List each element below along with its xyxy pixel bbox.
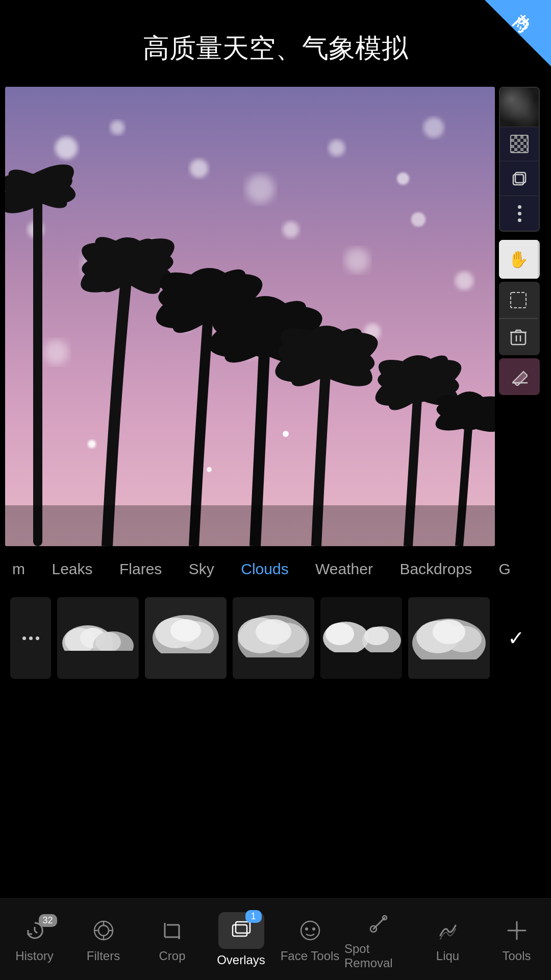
svg-rect-93 xyxy=(320,652,402,679)
nav-item-overlays[interactable]: 1 Overlays xyxy=(207,912,276,967)
svg-rect-63 xyxy=(511,292,526,308)
category-tab-leaks[interactable]: Leaks xyxy=(39,556,105,582)
svg-point-4 xyxy=(246,175,274,203)
svg-point-103 xyxy=(98,925,109,936)
selection-tool-button[interactable] xyxy=(499,282,538,318)
overlay-thumbnails: ✓ xyxy=(0,592,551,684)
checkerboard-button[interactable] xyxy=(500,127,539,161)
svg-point-15 xyxy=(455,272,473,290)
history-badge: 32 xyxy=(39,914,57,927)
selection-icon xyxy=(510,291,527,309)
liquify-icon xyxy=(435,916,461,945)
nav-item-spotremoval[interactable]: Spot Removal xyxy=(344,909,413,970)
checker-icon xyxy=(510,135,529,153)
svg-point-23 xyxy=(207,467,212,472)
svg-rect-64 xyxy=(511,332,525,345)
svg-point-5 xyxy=(329,140,345,156)
cloud-overlay-5 xyxy=(408,597,490,679)
corner-badge-text: 热门 xyxy=(528,3,543,18)
svg-point-74 xyxy=(95,632,121,652)
svg-rect-112 xyxy=(233,925,247,936)
delete-tool-button[interactable] xyxy=(499,318,538,355)
svg-point-86 xyxy=(256,619,291,645)
nav-item-crop[interactable]: Crop xyxy=(138,916,207,963)
right-toolbar: ✋ xyxy=(499,87,540,395)
more-icon xyxy=(518,205,521,222)
nav-label-filters: Filters xyxy=(87,949,120,963)
svg-point-50 xyxy=(300,326,353,379)
svg-rect-60 xyxy=(5,505,495,546)
svg-point-13 xyxy=(345,248,369,273)
bottom-nav: 32 History Filters Crop xyxy=(0,898,551,980)
overlay-thumb-5[interactable] xyxy=(408,597,490,679)
spotremoval-icon xyxy=(366,909,392,938)
duplicate-button[interactable] xyxy=(500,161,539,196)
nav-label-liquify: Liqu xyxy=(436,949,459,963)
category-tab-backdrops[interactable]: Backdrops xyxy=(387,556,484,582)
confirm-button[interactable]: ✓ xyxy=(496,618,537,658)
svg-point-6 xyxy=(397,173,409,185)
nav-item-history[interactable]: 32 History xyxy=(0,916,69,963)
nav-item-filters[interactable]: Filters xyxy=(69,916,138,963)
crop-icon xyxy=(160,916,185,945)
nav-item-tools[interactable]: Tools xyxy=(482,916,551,963)
cloud-overlay-1 xyxy=(57,597,139,679)
svg-point-12 xyxy=(283,222,299,238)
nav-item-facetools[interactable]: Face Tools xyxy=(276,916,344,963)
nav-label-spotremoval: Spot Removal xyxy=(344,942,413,970)
svg-rect-99 xyxy=(408,659,490,679)
svg-point-55 xyxy=(395,355,442,402)
svg-rect-113 xyxy=(236,922,250,933)
more-options-button[interactable] xyxy=(500,196,539,231)
cloud-overlay-2 xyxy=(145,597,227,679)
filters-icon xyxy=(91,916,116,945)
cloud-overlay-4 xyxy=(320,597,402,679)
svg-point-35 xyxy=(105,237,151,283)
overlay-thumb-3[interactable] xyxy=(233,597,314,679)
svg-point-21 xyxy=(283,431,289,437)
hand-icon: ✋ xyxy=(508,250,529,269)
svg-point-114 xyxy=(301,921,319,940)
nav-label-history: History xyxy=(15,949,54,963)
category-tab-weather[interactable]: Weather xyxy=(303,556,385,582)
tools-icon xyxy=(504,916,530,945)
category-tab-m[interactable]: m xyxy=(0,556,37,582)
photo-background xyxy=(5,87,495,546)
cloud-overlay-3 xyxy=(233,597,314,679)
category-tab-clouds[interactable]: Clouds xyxy=(229,556,300,582)
svg-line-101 xyxy=(35,931,37,933)
main-title: 高质量天空、气象模拟 xyxy=(0,0,551,87)
svg-point-59 xyxy=(450,391,489,430)
delete-icon xyxy=(510,328,527,347)
nav-item-liquify[interactable]: Liqu xyxy=(413,916,482,963)
nav-label-crop: Crop xyxy=(159,949,185,963)
svg-rect-24 xyxy=(33,189,42,546)
overlay-more-icon xyxy=(22,636,39,640)
category-tab-sky[interactable]: Sky xyxy=(177,556,227,582)
check-icon: ✓ xyxy=(508,626,525,650)
facetools-icon xyxy=(297,916,323,945)
svg-point-116 xyxy=(312,927,315,930)
layer-preview-thumbnail[interactable] xyxy=(500,88,539,127)
photo-canvas-container: ✋ xyxy=(5,87,495,546)
overlay-more-button[interactable] xyxy=(10,597,51,679)
svg-point-7 xyxy=(423,117,444,138)
svg-point-92 xyxy=(364,627,389,645)
overlay-thumb-2[interactable] xyxy=(145,597,227,679)
hand-tool-button[interactable]: ✋ xyxy=(499,240,538,279)
trees-svg xyxy=(5,87,495,546)
erase-icon xyxy=(509,368,528,386)
svg-point-90 xyxy=(325,623,354,645)
duplicate-icon xyxy=(510,169,529,188)
svg-point-3 xyxy=(190,159,208,178)
overlay-thumb-4[interactable] xyxy=(320,597,402,679)
svg-point-19 xyxy=(44,340,68,364)
svg-point-2 xyxy=(110,120,124,135)
category-tab-flares[interactable]: Flares xyxy=(107,556,174,582)
nav-label-facetools: Face Tools xyxy=(281,949,340,963)
photo-canvas[interactable] xyxy=(5,87,495,546)
overlay-thumb-1[interactable] xyxy=(57,597,139,679)
category-tab-g[interactable]: G xyxy=(487,556,523,582)
erase-tool-button[interactable] xyxy=(499,358,538,395)
svg-point-14 xyxy=(411,212,425,227)
